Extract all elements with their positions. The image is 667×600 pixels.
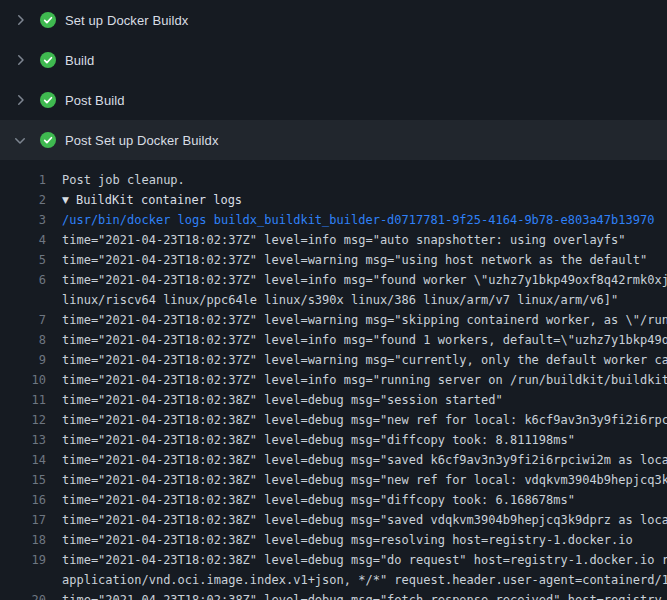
step-label: Post Set up Docker Buildx xyxy=(65,133,219,148)
log-line-text: time="2021-04-23T18:02:38Z" level=debug … xyxy=(46,550,667,570)
log-line-number[interactable]: 12 xyxy=(0,410,46,430)
step-row[interactable]: Set up Docker Buildx xyxy=(0,0,667,40)
log-line: 19 time="2021-04-23T18:02:38Z" level=deb… xyxy=(0,550,667,570)
log-line-text: time="2021-04-23T18:02:38Z" level=debug … xyxy=(46,390,503,410)
log-line: 20 time="2021-04-23T18:02:38Z" level=deb… xyxy=(0,590,667,600)
log-line: 10 time="2021-04-23T18:02:37Z" level=inf… xyxy=(0,370,667,390)
log-line-number[interactable]: 3 xyxy=(0,210,46,230)
log-line-number[interactable]: 17 xyxy=(0,510,46,530)
log-line-text: time="2021-04-23T18:02:37Z" level=info m… xyxy=(46,370,667,390)
log-line-number[interactable]: 13 xyxy=(0,430,46,450)
log-line-number[interactable]: 14 xyxy=(0,450,46,470)
log-line: 8 time="2021-04-23T18:02:37Z" level=info… xyxy=(0,330,667,350)
log-line: 1 Post job cleanup. xyxy=(0,170,667,190)
log-line: 4 time="2021-04-23T18:02:37Z" level=info… xyxy=(0,230,667,250)
group-expanded-triangle-icon[interactable]: ▼ xyxy=(62,190,69,210)
log-line: 5 time="2021-04-23T18:02:37Z" level=warn… xyxy=(0,250,667,270)
log-line-text: time="2021-04-23T18:02:37Z" level=info m… xyxy=(46,330,667,350)
check-circle-icon xyxy=(40,92,56,108)
log-line-number[interactable]: 18 xyxy=(0,530,46,550)
log-line: 13 time="2021-04-23T18:02:38Z" level=deb… xyxy=(0,430,667,450)
log-line-number[interactable]: 1 xyxy=(0,170,46,190)
log-line-text: time="2021-04-23T18:02:38Z" level=debug … xyxy=(46,590,662,600)
log-line-number[interactable]: 6 xyxy=(0,270,46,290)
chevron-right-icon[interactable] xyxy=(12,92,28,108)
log-line-number[interactable]: 19 xyxy=(0,550,46,570)
log-line-text: time="2021-04-23T18:02:38Z" level=debug … xyxy=(46,530,633,550)
log-line-number[interactable]: 16 xyxy=(0,490,46,510)
log-line-text: /usr/bin/docker logs buildx_buildkit_bui… xyxy=(46,210,654,230)
log-line-number[interactable]: 4 xyxy=(0,230,46,250)
chevron-right-icon[interactable] xyxy=(12,12,28,28)
log-line-text: time="2021-04-23T18:02:37Z" level=warnin… xyxy=(46,350,667,370)
log-line-text: time="2021-04-23T18:02:37Z" level=warnin… xyxy=(46,250,647,270)
log-line-text: linux/riscv64 linux/ppc64le linux/s390x … xyxy=(46,290,618,310)
log-line-text: time="2021-04-23T18:02:38Z" level=debug … xyxy=(46,430,575,450)
log-line: 15 time="2021-04-23T18:02:38Z" level=deb… xyxy=(0,470,667,490)
log-line: 18 time="2021-04-23T18:02:38Z" level=deb… xyxy=(0,530,667,550)
log-line-number[interactable]: 20 xyxy=(0,590,46,600)
log-line-number[interactable] xyxy=(0,290,46,310)
step-label: Build xyxy=(65,53,94,68)
log-line-number[interactable]: 9 xyxy=(0,350,46,370)
log-line-text: time="2021-04-23T18:02:38Z" level=debug … xyxy=(46,470,667,490)
log-line-text: time="2021-04-23T18:02:38Z" level=debug … xyxy=(46,510,667,530)
log-lines: 1 Post job cleanup. 2 ▼BuildKit containe… xyxy=(0,160,667,600)
step-row[interactable]: Build xyxy=(0,40,667,80)
log-line-number[interactable]: 5 xyxy=(0,250,46,270)
log-line-text: time="2021-04-23T18:02:38Z" level=debug … xyxy=(46,490,575,510)
log-line[interactable]: 2 ▼BuildKit container logs xyxy=(0,190,667,210)
check-circle-icon xyxy=(40,52,56,68)
log-line: linux/riscv64 linux/ppc64le linux/s390x … xyxy=(0,290,667,310)
log-line-text: time="2021-04-23T18:02:37Z" level=info m… xyxy=(46,270,667,290)
log-line: 3 /usr/bin/docker logs buildx_buildkit_b… xyxy=(0,210,667,230)
log-line: 12 time="2021-04-23T18:02:38Z" level=deb… xyxy=(0,410,667,430)
step-row[interactable]: Post Build xyxy=(0,80,667,120)
log-line-text: time="2021-04-23T18:02:38Z" level=debug … xyxy=(46,410,667,430)
check-circle-icon xyxy=(40,12,56,28)
step-label: Post Build xyxy=(65,93,125,108)
chevron-right-icon[interactable] xyxy=(12,52,28,68)
log-line-text: ▼BuildKit container logs xyxy=(46,190,242,210)
log-line: 14 time="2021-04-23T18:02:38Z" level=deb… xyxy=(0,450,667,470)
step-label: Set up Docker Buildx xyxy=(65,13,188,28)
log-line-text: time="2021-04-23T18:02:38Z" level=debug … xyxy=(46,450,667,470)
log-line: 7 time="2021-04-23T18:02:37Z" level=warn… xyxy=(0,310,667,330)
log-line: 11 time="2021-04-23T18:02:38Z" level=deb… xyxy=(0,390,667,410)
log-line-number[interactable]: 8 xyxy=(0,330,46,350)
log-line-number[interactable]: 2 xyxy=(0,190,46,210)
log-line-number[interactable]: 15 xyxy=(0,470,46,490)
log-line: 17 time="2021-04-23T18:02:38Z" level=deb… xyxy=(0,510,667,530)
log-line: 9 time="2021-04-23T18:02:37Z" level=warn… xyxy=(0,350,667,370)
chevron-down-icon[interactable] xyxy=(12,132,28,148)
log-line-text: time="2021-04-23T18:02:37Z" level=info m… xyxy=(46,230,626,250)
log-line-number[interactable]: 7 xyxy=(0,310,46,330)
log-line: 6 time="2021-04-23T18:02:37Z" level=info… xyxy=(0,270,667,290)
group-label[interactable]: BuildKit container logs xyxy=(76,193,242,207)
log-line-text: Post job cleanup. xyxy=(46,170,185,190)
log-line-text: application/vnd.oci.image.index.v1+json,… xyxy=(46,570,667,590)
log-line-number[interactable] xyxy=(0,570,46,590)
log-line-number[interactable]: 11 xyxy=(0,390,46,410)
log-line: 16 time="2021-04-23T18:02:38Z" level=deb… xyxy=(0,490,667,510)
step-row[interactable]: Post Set up Docker Buildx xyxy=(0,120,667,160)
log-line-number[interactable]: 10 xyxy=(0,370,46,390)
check-circle-icon xyxy=(40,132,56,148)
steps-list: Set up Docker Buildx Build Post Buil xyxy=(0,0,667,160)
log-line: application/vnd.oci.image.index.v1+json,… xyxy=(0,570,667,590)
actions-job-log-viewer: Set up Docker Buildx Build Post Buil xyxy=(0,0,667,600)
log-line-text: time="2021-04-23T18:02:37Z" level=warnin… xyxy=(46,310,667,330)
